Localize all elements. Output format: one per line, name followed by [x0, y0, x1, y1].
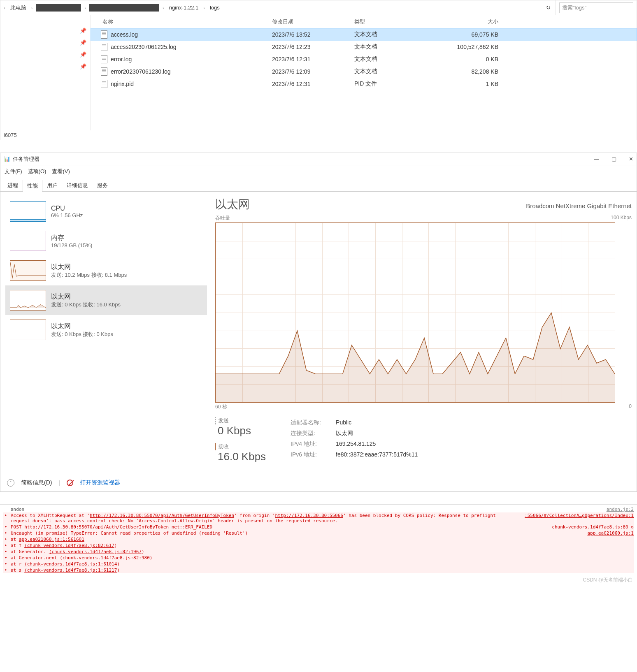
tab-details[interactable]: 详细信息	[62, 179, 93, 191]
file-icon	[101, 30, 107, 39]
thumb-icon	[10, 231, 46, 251]
detail-row: 连接类型:以太网	[291, 428, 418, 438]
send-label: 发送	[215, 417, 266, 424]
console-msg: Access to XMLHttpRequest at 'http://172.…	[3, 513, 516, 524]
prohibit-icon	[67, 480, 73, 486]
file-date: 2023/7/6 12:09	[272, 68, 354, 75]
console-row[interactable]: Uncaught (in promise) TypeError: Cannot …	[3, 530, 634, 536]
file-type: 文本文档	[354, 68, 428, 75]
menu-bar: 文件(F) 选项(O) 查看(V)	[0, 165, 637, 178]
chevron-up-icon[interactable]: ˄	[7, 479, 14, 487]
file-type: 文本文档	[354, 43, 428, 51]
pin-icon[interactable]: 📌	[80, 63, 86, 70]
stack-line: at app.ea021060.js:1:561601	[3, 537, 634, 542]
side-subtitle: 发送: 10.2 Mbps 接收: 8.1 Mbps	[51, 271, 127, 279]
side-subtitle: 19/128 GB (15%)	[51, 242, 92, 248]
file-icon	[101, 80, 107, 88]
file-row[interactable]: access.log2023/7/6 13:52文本文档69,075 KB	[91, 28, 637, 41]
perf-sidebar-item[interactable]: 以太网发送: 0 Kbps 接收: 0 Kbps	[5, 315, 207, 345]
crumb-3[interactable]: nginx-1.22.1	[167, 4, 200, 12]
menu-view[interactable]: 查看(V)	[52, 168, 70, 175]
console-row[interactable]: POST http://172.16.30.80:55070/api/Auth/…	[3, 524, 634, 530]
console-src[interactable]: app.ea021060.js:1	[587, 531, 634, 536]
file-name: nginx.pid	[111, 81, 134, 87]
stack-line: at r (chunk-vendors.1d4f7ae8.js:1:61014)	[3, 561, 634, 567]
console-row[interactable]: Access to XMLHttpRequest at 'http://172.…	[3, 512, 634, 524]
maximize-icon[interactable]: ▢	[611, 156, 616, 162]
search-input[interactable]: 搜索"logs"	[559, 2, 633, 13]
console-src[interactable]: :55066/#/CollectionA…gOperations/Index:1	[525, 513, 634, 524]
side-title: 内存	[51, 234, 92, 242]
brief-info-link[interactable]: 简略信息(D)	[21, 479, 52, 487]
file-icon	[101, 55, 107, 63]
detail-value: Public	[336, 417, 351, 428]
thumb-icon	[10, 201, 46, 222]
pin-icon[interactable]: 📌	[80, 39, 86, 46]
detail-value: fe80::3872:eaae:7377:517d%11	[336, 449, 418, 460]
perf-title: 以太网	[215, 197, 250, 212]
console-row[interactable]: andonandon.js:2	[3, 506, 634, 512]
thumb-icon	[10, 260, 46, 281]
console-msg: Uncaught (in promise) TypeError: Cannot …	[3, 531, 579, 536]
detail-value: 以太网	[336, 428, 353, 438]
file-size: 82,208 KB	[428, 68, 511, 75]
tab-performance[interactable]: 性能	[23, 180, 42, 192]
tab-bar: 进程 性能 用户 详细信息 服务	[0, 179, 637, 192]
col-date-header[interactable]: 修改日期	[272, 18, 354, 25]
file-list: 名称 修改日期 类型 大小 access.log2023/7/6 13:52文本…	[91, 15, 637, 130]
perf-sidebar-item[interactable]: 以太网发送: 10.2 Mbps 接收: 8.1 Mbps	[5, 256, 207, 285]
menu-file[interactable]: 文件(F)	[5, 168, 22, 175]
recv-label: 接收	[215, 443, 266, 450]
perf-sidebar-item[interactable]: 以太网发送: 0 Kbps 接收: 16.0 Kbps	[5, 285, 207, 315]
y-max: 100 Kbps	[611, 215, 632, 222]
crumb-0[interactable]: 此电脑	[9, 3, 28, 12]
file-type: PID 文件	[354, 80, 428, 88]
file-row[interactable]: error.log2023/7/6 12:31文本文档0 KB	[91, 53, 637, 65]
side-subtitle: 发送: 0 Kbps 接收: 16.0 Kbps	[51, 301, 121, 308]
tab-users[interactable]: 用户	[42, 179, 62, 191]
menu-options[interactable]: 选项(O)	[28, 168, 46, 175]
stack-line: at s (chunk-vendors.1d4f7ae8.js:1:61217)	[3, 568, 634, 573]
thumb-icon	[10, 290, 46, 311]
refresh-button[interactable]: ↻	[541, 0, 556, 15]
col-name-header[interactable]: 名称	[91, 18, 272, 25]
crumb-4[interactable]: logs	[208, 4, 221, 12]
footer: ˄ 简略信息(D) | 打开资源监视器	[0, 474, 637, 491]
col-size-header[interactable]: 大小	[428, 18, 511, 25]
file-row[interactable]: nginx.pid2023/7/6 12:31PID 文件1 KB	[91, 78, 637, 90]
title-bar: 📊 任务管理器 — ▢ ✕	[0, 153, 637, 165]
x-left: 60 秒	[215, 403, 227, 410]
crumb-1[interactable]	[36, 4, 81, 12]
file-icon	[101, 67, 107, 76]
detail-row: IPv6 地址:fe80::3872:eaae:7377:517d%11	[291, 449, 418, 460]
crumb-2[interactable]	[89, 4, 159, 12]
file-row[interactable]: access202307061225.log2023/7/6 12:23文本文档…	[91, 41, 637, 53]
pin-icon[interactable]: 📌	[80, 28, 86, 34]
refresh-icon: ↻	[546, 5, 551, 11]
file-date: 2023/7/6 12:23	[272, 44, 354, 50]
file-name: access.log	[111, 31, 138, 38]
devtools-console: andonandon.js:2Access to XMLHttpRequest …	[0, 504, 637, 575]
console-src[interactable]: andon.js:2	[607, 507, 634, 512]
breadcrumb[interactable]: › 此电脑 › › › nginx-1.22.1 › logs	[0, 0, 541, 15]
col-type-header[interactable]: 类型	[354, 18, 428, 25]
stack-line: at f (chunk-vendors.1d4f7ae8.js:82:617)	[3, 543, 634, 548]
pin-icon[interactable]: 📌	[80, 51, 86, 58]
minimize-icon[interactable]: —	[594, 156, 599, 162]
console-src[interactable]: chunk-vendors.1d4f7ae8.js:80 ⊘	[552, 524, 634, 530]
tab-services[interactable]: 服务	[93, 179, 112, 191]
side-title: 以太网	[51, 263, 127, 271]
file-type: 文本文档	[354, 56, 428, 63]
resource-monitor-link[interactable]: 打开资源监视器	[80, 479, 120, 487]
detail-key: IPv4 地址:	[291, 438, 328, 449]
task-manager: 📊 任务管理器 — ▢ ✕ 文件(F) 选项(O) 查看(V) 进程 性能 用户…	[0, 153, 637, 492]
file-row[interactable]: error202307061230.log2023/7/6 12:09文本文档8…	[91, 65, 637, 78]
file-name: access202307061225.log	[111, 44, 177, 50]
file-size: 69,075 KB	[428, 31, 511, 38]
perf-sidebar-item[interactable]: CPU6% 1.56 GHz	[5, 197, 207, 226]
perf-sidebar-item[interactable]: 内存19/128 GB (15%)	[5, 226, 207, 256]
tab-processes[interactable]: 进程	[3, 179, 23, 191]
file-type: 文本文档	[354, 31, 428, 38]
close-icon[interactable]: ✕	[629, 156, 633, 162]
file-size: 100,527,862 KB	[428, 44, 511, 50]
